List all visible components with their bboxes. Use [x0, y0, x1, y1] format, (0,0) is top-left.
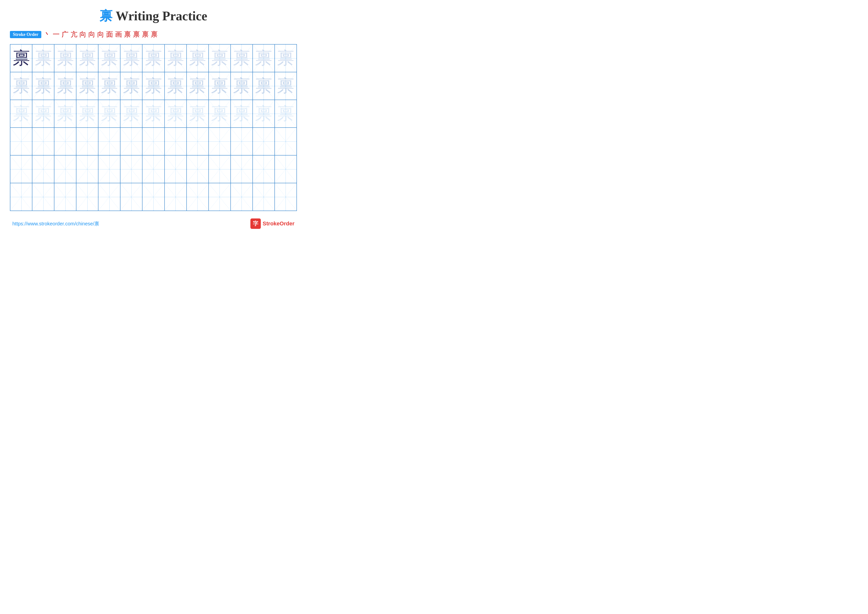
cell-6-3[interactable]: [54, 183, 76, 210]
cell-5-2[interactable]: [33, 155, 54, 183]
cell-5-7[interactable]: [143, 155, 164, 183]
cell-2-8[interactable]: 禀: [165, 72, 187, 99]
cell-2-13[interactable]: 禀: [275, 72, 296, 99]
svg-line-93: [165, 128, 186, 155]
cell-4-5[interactable]: [98, 128, 121, 155]
cell-1-5[interactable]: 禀: [98, 45, 121, 72]
cell-3-7[interactable]: 禀: [143, 100, 164, 127]
svg-line-148: [209, 183, 230, 210]
cell-2-11[interactable]: 禀: [231, 72, 253, 99]
cell-4-2[interactable]: [33, 128, 54, 155]
cell-6-1[interactable]: [10, 183, 33, 210]
char-light: 禀: [35, 50, 52, 67]
practice-grid: 禀 禀 禀 禀 禀 禀 禀 禀: [10, 44, 297, 211]
cell-2-9[interactable]: 禀: [187, 72, 209, 99]
svg-line-153: [253, 183, 274, 210]
footer-url[interactable]: https://www.strokeorder.com/chinese/禀: [12, 221, 99, 227]
cell-2-6[interactable]: 禀: [121, 72, 143, 99]
cell-4-1[interactable]: [10, 128, 33, 155]
cell-1-13[interactable]: 禀: [275, 45, 296, 72]
cell-6-2[interactable]: [33, 183, 54, 210]
cell-4-11[interactable]: [231, 128, 253, 155]
svg-line-154: [275, 183, 296, 210]
svg-line-151: [231, 183, 253, 210]
cell-3-5[interactable]: 禀: [98, 100, 121, 127]
svg-line-141: [121, 183, 142, 210]
svg-line-139: [98, 183, 120, 210]
cell-3-2[interactable]: 禀: [33, 100, 54, 127]
grid-row-6: [10, 183, 296, 210]
cell-3-1[interactable]: 禀: [10, 100, 33, 127]
cell-1-7[interactable]: 禀: [143, 45, 164, 72]
cell-5-1[interactable]: [10, 155, 33, 183]
cell-3-13[interactable]: 禀: [275, 100, 296, 127]
stroke-5: 向: [79, 30, 86, 39]
cell-5-12[interactable]: [253, 155, 275, 183]
svg-line-121: [187, 156, 208, 183]
cell-4-12[interactable]: [253, 128, 275, 155]
cell-6-6[interactable]: [121, 183, 143, 210]
cell-4-6[interactable]: [121, 128, 143, 155]
cell-6-13[interactable]: [275, 183, 296, 210]
cell-4-7[interactable]: [143, 128, 164, 155]
cell-2-7[interactable]: 禀: [143, 72, 164, 99]
cell-5-11[interactable]: [231, 155, 253, 183]
stroke-9: 画: [115, 30, 122, 39]
footer: https://www.strokeorder.com/chinese/禀 字 …: [10, 218, 297, 229]
cell-2-2[interactable]: 禀: [33, 72, 54, 99]
cell-1-12[interactable]: 禀: [253, 45, 275, 72]
char-faint: 禀: [35, 105, 52, 122]
cell-3-4[interactable]: 禀: [76, 100, 98, 127]
cell-5-10[interactable]: [209, 155, 231, 183]
cell-2-3[interactable]: 禀: [54, 72, 76, 99]
cell-4-10[interactable]: [209, 128, 231, 155]
cell-1-10[interactable]: 禀: [209, 45, 231, 72]
cell-6-9[interactable]: [187, 183, 209, 210]
cell-1-4[interactable]: 禀: [76, 45, 98, 72]
cell-3-6[interactable]: 禀: [121, 100, 143, 127]
cell-1-11[interactable]: 禀: [231, 45, 253, 72]
cell-3-12[interactable]: 禀: [253, 100, 275, 127]
cell-2-1[interactable]: 禀: [10, 72, 33, 99]
char-faint: 禀: [189, 105, 206, 122]
stroke-11: 禀: [133, 30, 140, 39]
cell-6-4[interactable]: [76, 183, 98, 210]
cell-5-3[interactable]: [54, 155, 76, 183]
cell-5-4[interactable]: [76, 155, 98, 183]
cell-5-9[interactable]: [187, 155, 209, 183]
cell-3-11[interactable]: 禀: [231, 100, 253, 127]
cell-1-9[interactable]: 禀: [187, 45, 209, 72]
cell-2-12[interactable]: 禀: [253, 72, 275, 99]
cell-6-7[interactable]: [143, 183, 164, 210]
cell-5-5[interactable]: [98, 155, 121, 183]
cell-5-13[interactable]: [275, 155, 296, 183]
cell-6-5[interactable]: [98, 183, 121, 210]
cell-4-9[interactable]: [187, 128, 209, 155]
cell-1-6[interactable]: 禀: [121, 45, 143, 72]
cell-2-10[interactable]: 禀: [209, 72, 231, 99]
cell-5-8[interactable]: [165, 155, 187, 183]
cell-2-5[interactable]: 禀: [98, 72, 121, 99]
cell-4-13[interactable]: [275, 128, 296, 155]
char-light: 禀: [255, 50, 272, 67]
page-title: 禀 Writing Practice: [10, 8, 297, 25]
cell-5-6[interactable]: [121, 155, 143, 183]
footer-logo: 字 StrokeOrder: [250, 218, 294, 229]
cell-6-11[interactable]: [231, 183, 253, 210]
cell-6-10[interactable]: [209, 183, 231, 210]
cell-1-1[interactable]: 禀: [10, 45, 33, 72]
cell-1-3[interactable]: 禀: [54, 45, 76, 72]
cell-1-8[interactable]: 禀: [165, 45, 187, 72]
cell-6-8[interactable]: [165, 183, 187, 210]
cell-3-9[interactable]: 禀: [187, 100, 209, 127]
cell-4-3[interactable]: [54, 128, 76, 155]
cell-3-3[interactable]: 禀: [54, 100, 76, 127]
cell-4-8[interactable]: [165, 128, 187, 155]
cell-3-10[interactable]: 禀: [209, 100, 231, 127]
cell-6-12[interactable]: [253, 183, 275, 210]
cell-3-8[interactable]: 禀: [165, 100, 187, 127]
cell-2-4[interactable]: 禀: [76, 72, 98, 99]
cell-1-2[interactable]: 禀: [33, 45, 54, 72]
cell-4-4[interactable]: [76, 128, 98, 155]
char-light: 禀: [167, 50, 184, 67]
